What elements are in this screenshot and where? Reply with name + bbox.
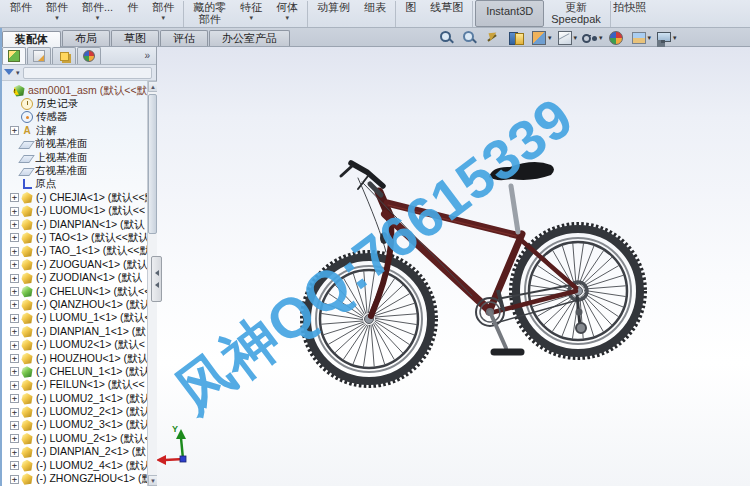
ribbon-button[interactable]: 部件... ▾ [75,0,120,21]
expand-toggle[interactable]: + [10,220,19,229]
ribbon-button[interactable]: 动算例 [310,0,357,13]
expand-toggle[interactable]: + [10,367,19,376]
ribbon-button[interactable]: 特征 ▾ [233,0,269,21]
tree-item[interactable]: + (-) LUOMU2_3<1> (默认 [0,419,147,432]
tree-item[interactable]: + (-) LUOMU_1<1> (默认< [0,312,147,325]
ribbon-button[interactable]: 件 [120,0,145,13]
ribbon-button[interactable]: 何体 ▾ [269,0,305,21]
scroll-down-arrow[interactable]: ▼ [148,475,157,486]
tree-item[interactable]: + (-) LUOMU<1> (默认<< [0,205,147,218]
tree-item[interactable]: + (-) HOUZHOU<1> (默认 [0,352,147,365]
saddle-assembly[interactable] [489,162,554,232]
tree-item[interactable]: + (-) CHELUN_1<1> (默认 [0,365,147,378]
expand-toggle[interactable]: + [10,207,19,216]
tree-item[interactable]: ! asm0001_asm (默认<<默 [0,84,147,97]
tree-item[interactable]: + (-) ZUODIAN<1> (默认 [0,271,147,284]
tree-item[interactable]: + (-) FEILUN<1> (默认<< [0,379,147,392]
edit-appearance-icon[interactable] [608,30,623,45]
expand-toggle[interactable]: + [10,327,19,336]
tab-displaymanager[interactable] [77,47,101,64]
tree-item[interactable]: + (-) DIANPIAN<1> (默认 [0,218,147,231]
expand-toggle[interactable]: + [10,193,19,202]
expand-toggle[interactable]: + [10,448,19,457]
command-tab-3[interactable]: 评估 [160,30,208,46]
chevron-down-icon[interactable]: ▾ [599,34,603,42]
display-style-icon[interactable] [557,30,572,45]
tree-item[interactable]: 右视基准面 [0,164,147,177]
filter-input[interactable] [23,67,152,79]
tree-item[interactable]: + (-) CHEJIA<1> (默认<<默 [0,191,147,204]
expand-toggle[interactable]: + [10,354,19,363]
graphics-viewport[interactable]: Y X 风神QQ:76615339 [157,47,750,486]
previous-view-icon[interactable] [485,30,500,45]
command-tab-4[interactable]: 办公室产品 [209,30,290,46]
tree-item[interactable]: 传感器 [0,111,147,124]
tree-item[interactable]: + (-) LUOMU2_4<1> (默认 [0,459,147,472]
expand-toggle[interactable]: + [10,287,19,296]
expand-toggle[interactable]: + [10,434,19,443]
tree-item[interactable]: 历史记录 [0,97,147,110]
bicycle-assembly-model[interactable]: Y X [157,47,750,486]
tree-item[interactable]: + (-) LUOMU2<1> (默认< [0,338,147,351]
expand-toggle[interactable]: + [10,394,19,403]
chevron-down-icon[interactable]: ▾ [574,34,578,42]
expand-toggle[interactable]: + [10,314,19,323]
expand-toggle[interactable]: + [10,408,19,417]
ribbon-button[interactable]: Instant3D [475,0,544,27]
scrollbar-thumb[interactable] [148,94,157,234]
tree-item[interactable]: + (-) LUOMU2_2<1> (默认 [0,405,147,418]
command-tab-2[interactable]: 草图 [111,30,159,46]
chevron-down-icon[interactable]: ▾ [673,34,677,42]
ribbon-button[interactable]: 部件 ▾ [145,0,181,21]
tree-item[interactable]: + (-) ZUOGUAN<1> (默认 [0,258,147,271]
tree-item[interactable]: + (-) TAO_1<1> (默认<<默 [0,245,147,258]
ribbon-button[interactable]: 拍快照 [613,0,647,13]
tab-featuremanager[interactable] [2,47,26,64]
expand-toggle[interactable]: + [10,274,19,283]
ribbon-button[interactable]: 部件 ▾ [39,0,75,21]
chevron-down-icon[interactable]: ▾ [548,34,552,42]
panel-splitter-handle[interactable] [151,256,162,302]
tree-item[interactable]: + (-) DIANPIAN_1<1> (默 [0,325,147,338]
tree-item[interactable]: + A 注解 [0,124,147,137]
tab-propertymanager[interactable] [27,47,51,64]
panel-tabs-overflow-button[interactable]: » [144,48,150,64]
expand-toggle[interactable]: + [10,300,19,309]
view-orientation-icon[interactable] [531,30,546,45]
tree-item[interactable]: 原点 [0,178,147,191]
ribbon-button[interactable]: 更新Speedpak [544,0,608,25]
ribbon-button[interactable]: 藏的零部件 [186,0,233,25]
tree-item[interactable]: + (-) LUOMU2_1<1> (默认 [0,392,147,405]
scroll-up-arrow[interactable]: ▲ [148,81,157,92]
expand-toggle[interactable]: + [10,461,19,470]
tree-item[interactable]: + (-) CHELUN<1> (默认<< [0,285,147,298]
view-settings-icon[interactable] [656,30,671,45]
expand-toggle[interactable]: + [10,233,19,242]
zoom-to-fit-icon[interactable] [439,30,454,45]
chevron-down-icon[interactable]: ▾ [648,34,652,42]
tab-configurationmanager[interactable] [52,47,76,64]
tree-item[interactable]: + (-) LUOMU_2<1> (默认< [0,432,147,445]
tree-item[interactable]: 前视基准面 [0,138,147,151]
ribbon-button[interactable]: 部件 [3,0,39,13]
filter-button[interactable]: ▾ [4,69,20,77]
expand-toggle[interactable]: + [10,247,19,256]
tree-item[interactable]: + (-) QIANZHOU<1> (默认 [0,298,147,311]
expand-toggle[interactable]: + [10,341,19,350]
hide-show-items-icon[interactable] [582,30,597,45]
tree-item[interactable]: 上视基准面 [0,151,147,164]
ribbon-button[interactable]: 图 [398,0,423,13]
ribbon-button[interactable]: 线草图 [423,0,470,13]
expand-toggle[interactable]: + [10,260,19,269]
command-tab-active[interactable]: 装配体 [2,31,61,47]
zoom-to-area-icon[interactable] [462,30,477,45]
expand-toggle[interactable]: + [10,475,19,484]
tree-item[interactable]: + (-) ZHONGZHOU<1> (默 [0,472,147,485]
expand-toggle[interactable]: + [10,381,19,390]
apply-scene-icon[interactable] [631,30,646,45]
ribbon-button[interactable]: 细表 [357,0,393,13]
section-view-icon[interactable] [508,30,523,45]
tree-item[interactable]: + (-) DIANPIAN_2<1> (默 [0,446,147,459]
expand-toggle[interactable]: + [10,421,19,430]
front-wheel[interactable] [302,252,436,386]
